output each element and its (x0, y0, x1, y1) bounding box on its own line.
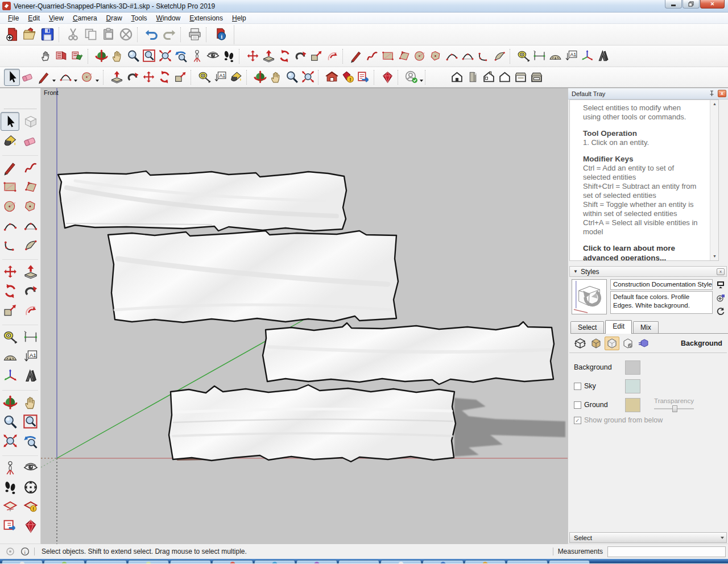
tab-edit[interactable]: Edit (605, 320, 632, 334)
menu-view[interactable]: View (44, 13, 68, 23)
undo-icon[interactable] (143, 26, 160, 43)
freehand-icon[interactable] (364, 48, 380, 65)
axes-icon[interactable] (579, 48, 595, 65)
rect-icon[interactable] (380, 48, 396, 65)
protractor-icon[interactable] (547, 48, 563, 65)
advanced-operations-link[interactable]: Click to learn about more advanced opera… (583, 243, 699, 261)
windows-taskbar[interactable] (0, 559, 728, 563)
taskbar-button[interactable] (380, 560, 421, 563)
protractor-icon[interactable] (1, 347, 19, 366)
walk-icon[interactable] (1, 478, 19, 496)
component-icon[interactable] (21, 112, 40, 131)
orbit-icon[interactable] (252, 69, 268, 86)
menu-camera[interactable]: Camera (68, 13, 102, 23)
circletool-icon[interactable] (412, 48, 428, 65)
select-icon[interactable] (4, 69, 20, 86)
zoomwin-icon[interactable] (141, 48, 157, 65)
taskbar-button[interactable] (212, 560, 253, 563)
modelinfo-icon[interactable]: i (212, 26, 229, 43)
paint-icon[interactable] (1, 131, 19, 150)
taskbar-button[interactable] (465, 560, 506, 563)
move-icon[interactable] (140, 69, 156, 86)
pushpull-icon[interactable] (21, 262, 40, 281)
dropdown-arrow-icon[interactable] (420, 80, 423, 82)
rotate-icon[interactable] (276, 48, 292, 65)
new-icon[interactable] (3, 26, 21, 43)
zoomext-icon[interactable] (300, 69, 316, 86)
house4-icon[interactable] (512, 69, 528, 86)
menu-extensions[interactable]: Extensions (185, 13, 228, 23)
paste-icon[interactable] (100, 26, 117, 43)
paint-icon[interactable] (228, 69, 244, 86)
watermark-settings-icon[interactable] (621, 337, 635, 350)
menu-draw[interactable]: Draw (102, 13, 127, 23)
gem-icon[interactable] (21, 516, 40, 535)
axes-icon[interactable] (1, 366, 19, 385)
pan-icon[interactable] (109, 48, 125, 65)
pie-icon[interactable] (491, 48, 507, 65)
zoomext-icon[interactable] (157, 48, 173, 65)
wh3-icon[interactable] (355, 69, 371, 86)
line-icon[interactable] (348, 48, 364, 65)
taskbar-button[interactable] (2, 560, 43, 563)
select-icon[interactable] (1, 112, 19, 131)
poscam-icon[interactable] (1, 458, 19, 477)
line-icon[interactable] (36, 69, 52, 86)
background-swatch[interactable] (625, 360, 640, 375)
sky-checkbox[interactable] (574, 383, 581, 390)
pie-icon[interactable] (21, 235, 40, 254)
move-icon[interactable] (245, 48, 260, 65)
style-name-field[interactable]: Construction Documentation Style (610, 279, 713, 290)
tray-close-icon[interactable]: x (718, 90, 726, 97)
taskbar-button[interactable] (44, 560, 85, 563)
walk-icon[interactable] (221, 48, 237, 65)
dim-icon[interactable] (531, 48, 547, 65)
rotrect-icon[interactable] (396, 48, 412, 65)
taskbar-button[interactable] (170, 560, 211, 563)
scroll-down-icon[interactable]: ▼ (710, 252, 719, 260)
zoomprev-icon[interactable] (173, 48, 189, 65)
account-icon[interactable] (403, 69, 419, 86)
pushpull-icon[interactable] (260, 48, 276, 65)
instructor-scrollbar[interactable]: ▲ ▼ (710, 100, 718, 260)
turn-icon[interactable] (21, 478, 40, 496)
style-thumbnail[interactable] (572, 279, 607, 314)
zoom-icon[interactable] (284, 69, 300, 86)
taskbar-button[interactable] (254, 560, 295, 563)
eraser-icon[interactable] (21, 131, 40, 150)
cut-icon[interactable] (64, 26, 82, 43)
plank-4[interactable] (169, 385, 456, 462)
look-icon[interactable] (21, 458, 40, 477)
house1-icon[interactable] (449, 69, 465, 86)
dropdown-arrow-icon[interactable] (96, 80, 99, 82)
taskbar-button[interactable] (86, 560, 127, 563)
styles-section-header[interactable]: ▼ Styles x (569, 266, 727, 277)
background-settings-icon[interactable] (605, 337, 619, 350)
copy-icon[interactable] (82, 26, 100, 43)
followme-icon[interactable] (125, 69, 140, 86)
zoomwin-icon[interactable] (21, 412, 40, 431)
arc2-icon[interactable] (460, 48, 475, 65)
circletool-icon[interactable] (1, 197, 19, 215)
show-ground-checkbox[interactable]: ✓ (574, 417, 581, 424)
minimize-button[interactable] (665, 0, 682, 9)
arc-icon[interactable] (444, 48, 460, 65)
handtool-icon[interactable] (38, 48, 53, 65)
orbit-icon[interactable] (1, 393, 19, 412)
scale-icon[interactable] (1, 301, 19, 320)
edge-settings-icon[interactable] (573, 337, 588, 350)
redo-icon[interactable] (160, 26, 178, 43)
offset-icon[interactable] (21, 301, 40, 320)
move-icon[interactable] (1, 262, 19, 281)
zoomext-icon[interactable] (1, 432, 19, 450)
erase-x-icon[interactable] (117, 26, 135, 43)
taskbar-button[interactable] (296, 560, 337, 563)
restore-button[interactable] (682, 0, 700, 9)
arc3-icon[interactable] (475, 48, 491, 65)
line-icon[interactable] (1, 158, 19, 177)
model-canvas[interactable]: Front (41, 88, 568, 544)
pushpull-icon[interactable] (109, 69, 125, 86)
print-icon[interactable] (186, 26, 204, 43)
freehand-icon[interactable] (21, 158, 40, 177)
ground-checkbox[interactable] (574, 401, 581, 409)
